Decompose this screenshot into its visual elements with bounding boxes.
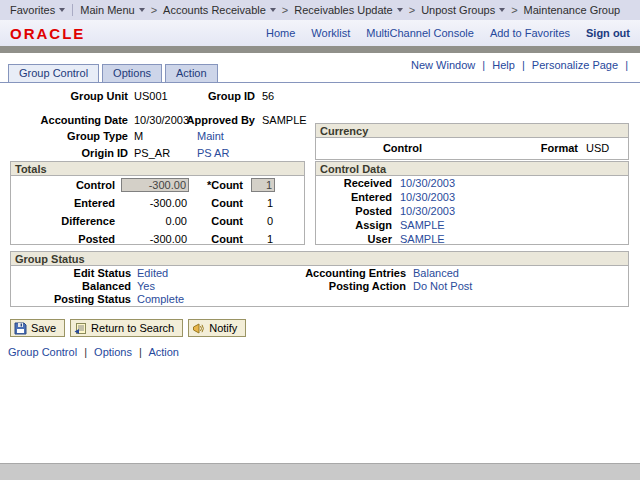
save-icon [14, 322, 27, 335]
multichannel-console-link[interactable]: MultiChannel Console [366, 27, 474, 39]
breadcrumb-separator: > [282, 4, 288, 16]
totals-difference-count-value: 0 [249, 214, 273, 228]
edit-status-value: Edited [137, 266, 168, 280]
home-link[interactable]: Home [266, 27, 295, 39]
balanced-label: Balanced [11, 279, 131, 293]
totals-control-label: Control [11, 178, 115, 192]
posting-status-label: Posting Status [11, 292, 131, 306]
nav-receivables-update[interactable]: Receivables Update [294, 4, 402, 16]
currency-format-value: USD [586, 141, 609, 155]
dropdown-arrow-icon [397, 8, 403, 12]
new-window-link[interactable]: New Window [411, 59, 475, 71]
group-id-value: 56 [262, 89, 274, 103]
nav-receivables-update-label: Receivables Update [294, 4, 392, 16]
breadcrumb: Favorites Main Menu > Accounts Receivabl… [0, 0, 640, 20]
totals-control-count-label: *Count [193, 178, 243, 192]
edit-status-label: Edit Status [11, 266, 131, 280]
nav-maintenance-group: Maintenance Group [524, 4, 621, 16]
posting-action-label: Posting Action [286, 279, 406, 293]
control-data-groupbox-body: Received 10/30/2003 Entered 10/30/2003 P… [316, 176, 628, 246]
separator: | [139, 346, 142, 358]
tab-group-control[interactable]: Group Control [8, 64, 99, 82]
totals-posted-label: Posted [11, 232, 115, 246]
totals-difference-count-label: Count [193, 214, 243, 228]
totals-posted-count-label: Count [193, 232, 243, 246]
received-label: Received [316, 176, 392, 190]
totals-entered-value: -300.00 [121, 196, 187, 210]
accounting-entries-value: Balanced [413, 266, 459, 280]
dropdown-arrow-icon [270, 8, 276, 12]
group-type-value: M [134, 129, 143, 143]
nav-accounts-receivable[interactable]: Accounts Receivable [163, 4, 276, 16]
control-data-groupbox: Control Data Received 10/30/2003 Entered… [315, 161, 629, 245]
approved-by-label: Approved By [155, 113, 255, 127]
footer-link-action[interactable]: Action [148, 346, 179, 358]
return-to-search-button-label: Return to Search [91, 322, 174, 334]
save-button[interactable]: Save [10, 319, 65, 337]
help-link[interactable]: Help [492, 59, 515, 71]
control-data-row: Assign SAMPLE [316, 218, 628, 232]
separator: | [522, 59, 525, 71]
nav-main-menu[interactable]: Main Menu [80, 4, 144, 16]
save-button-label: Save [31, 322, 56, 334]
control-data-row: Received 10/30/2003 [316, 176, 628, 190]
totals-row-control: Control *Count [11, 178, 304, 194]
breadcrumb-separator: > [409, 4, 415, 16]
nav-unpost-groups[interactable]: Unpost Groups [421, 4, 505, 16]
footer-link-group-control[interactable]: Group Control [8, 346, 77, 358]
nav-maintenance-group-label: Maintenance Group [524, 4, 621, 16]
tab-options[interactable]: Options [102, 64, 162, 82]
bottom-gray-band [0, 463, 640, 480]
group-status-groupbox-body: Edit Status Edited Accounting Entries Ba… [11, 266, 628, 305]
footer-link-options[interactable]: Options [94, 346, 132, 358]
worklist-link[interactable]: Worklist [311, 27, 350, 39]
group-unit-label: Group Unit [0, 89, 128, 103]
nav-favorites[interactable]: Favorites [10, 4, 65, 16]
totals-groupbox: Totals Control *Count Entered -300.00 Co… [10, 161, 305, 245]
separator: | [482, 59, 485, 71]
origin-id-description: PS AR [197, 146, 229, 160]
control-data-row: Posted 10/30/2003 [316, 204, 628, 218]
group-type-description: Maint [197, 129, 224, 143]
control-data-row: Entered 10/30/2003 [316, 190, 628, 204]
totals-entered-count-value: 1 [249, 196, 273, 210]
group-status-groupbox-title: Group Status [11, 252, 628, 266]
global-links: Home Worklist MultiChannel Console Add t… [250, 27, 630, 39]
dropdown-arrow-icon [59, 8, 65, 12]
sign-out-link[interactable]: Sign out [586, 27, 630, 39]
assign-value: SAMPLE [400, 218, 445, 232]
totals-posted-value: -300.00 [121, 232, 187, 246]
totals-control-input [121, 178, 189, 192]
notify-button-label: Notify [209, 322, 237, 334]
totals-row-entered: Entered -300.00 Count 1 [11, 196, 304, 212]
nav-unpost-groups-label: Unpost Groups [421, 4, 495, 16]
footer-links: Group Control | Options | Action [8, 346, 179, 358]
return-to-search-button[interactable]: Return to Search [70, 319, 183, 337]
totals-posted-count-value: 1 [249, 232, 273, 246]
group-status-row: Edit Status Edited Accounting Entries Ba… [11, 266, 628, 279]
user-label: User [316, 232, 392, 246]
main-content: Group Unit US001 Group ID 56 Accounting … [0, 83, 640, 480]
breadcrumb-separator: > [511, 4, 517, 16]
control-data-row: User SAMPLE [316, 232, 628, 246]
dropdown-arrow-icon [499, 8, 505, 12]
group-status-row: Balanced Yes Posting Action Do Not Post [11, 279, 628, 292]
posted-value: 10/30/2003 [400, 204, 455, 218]
currency-control-label: Control [346, 141, 422, 155]
page-header: ORACLE Home Worklist MultiChannel Consol… [0, 20, 640, 46]
totals-row-difference: Difference 0.00 Count 0 [11, 214, 304, 230]
notify-button[interactable]: Notify [188, 319, 246, 337]
group-unit-row: Group Unit US001 Group ID 56 [0, 89, 640, 105]
origin-id-label: Origin ID [0, 146, 128, 160]
totals-control-count-input [251, 178, 275, 192]
currency-groupbox-title: Currency [316, 124, 628, 138]
nav-favorites-label: Favorites [10, 4, 55, 16]
personalize-page-link[interactable]: Personalize Page [532, 59, 618, 71]
totals-groupbox-title: Totals [11, 162, 304, 176]
group-status-row: Posting Status Complete [11, 292, 628, 305]
add-to-favorites-link[interactable]: Add to Favorites [490, 27, 570, 39]
tab-action[interactable]: Action [165, 64, 218, 82]
received-value: 10/30/2003 [400, 176, 455, 190]
approved-by-value: SAMPLE [262, 113, 307, 127]
oracle-logo: ORACLE [10, 25, 85, 42]
